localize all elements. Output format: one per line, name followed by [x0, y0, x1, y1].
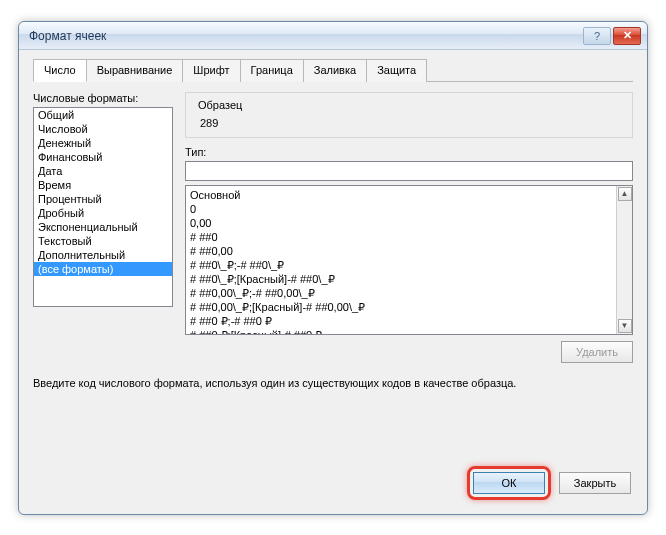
list-item[interactable]: # ##0 ₽;[Красный]-# ##0 ₽: [190, 328, 612, 334]
help-icon: ?: [594, 30, 600, 42]
formats-listbox[interactable]: ОбщийЧисловойДенежныйФинансовыйДатаВремя…: [33, 107, 173, 307]
list-item[interactable]: Процентный: [34, 192, 172, 206]
titlebar[interactable]: Формат ячеек ? ✕: [19, 22, 647, 50]
list-item[interactable]: 0,00: [190, 216, 612, 230]
tab-защита[interactable]: Защита: [366, 59, 427, 82]
list-item[interactable]: # ##0: [190, 230, 612, 244]
list-item[interactable]: 0: [190, 202, 612, 216]
tab-strip: ЧислоВыравниваниеШрифтГраницаЗаливкаЗащи…: [33, 58, 633, 82]
list-item[interactable]: (все форматы): [34, 262, 172, 276]
tab-шрифт[interactable]: Шрифт: [182, 59, 240, 82]
list-item[interactable]: Дата: [34, 164, 172, 178]
codes-listbox[interactable]: Основной00,00# ##0# ##0,00# ##0\_₽;-# ##…: [185, 185, 633, 335]
list-item[interactable]: Экспоненциальный: [34, 220, 172, 234]
dialog-window: Формат ячеек ? ✕ ЧислоВыравниваниеШрифтГ…: [18, 21, 648, 515]
scroll-down-button[interactable]: ▼: [618, 319, 632, 333]
tab-заливка[interactable]: Заливка: [303, 59, 367, 82]
hint-text: Введите код числового формата, используя…: [33, 377, 633, 389]
tab-граница[interactable]: Граница: [240, 59, 304, 82]
list-item[interactable]: # ##0,00\_₽;-# ##0,00\_₽: [190, 286, 612, 300]
list-item[interactable]: Общий: [34, 108, 172, 122]
dialog-footer: ОК Закрыть: [33, 460, 633, 502]
list-item[interactable]: # ##0\_₽;[Красный]-# ##0\_₽: [190, 272, 612, 286]
list-item[interactable]: Денежный: [34, 136, 172, 150]
ok-highlight: ОК: [467, 466, 551, 500]
help-button[interactable]: ?: [583, 27, 611, 45]
sample-value: 289: [194, 117, 624, 129]
list-item[interactable]: # ##0 ₽;-# ##0 ₽: [190, 314, 612, 328]
scroll-up-button[interactable]: ▲: [618, 187, 632, 201]
scroll-track[interactable]: [618, 202, 632, 318]
list-item[interactable]: Финансовый: [34, 150, 172, 164]
client-area: ЧислоВыравниваниеШрифтГраницаЗаливкаЗащи…: [19, 50, 647, 514]
ok-button[interactable]: ОК: [473, 472, 545, 494]
list-item[interactable]: Дополнительный: [34, 248, 172, 262]
type-input[interactable]: [185, 161, 633, 181]
scrollbar[interactable]: ▲ ▼: [616, 186, 632, 334]
list-item[interactable]: Числовой: [34, 122, 172, 136]
list-item[interactable]: # ##0,00: [190, 244, 612, 258]
sample-group: Образец 289: [185, 92, 633, 138]
formats-label: Числовые форматы:: [33, 92, 173, 104]
type-label: Тип:: [185, 146, 633, 158]
close-button[interactable]: Закрыть: [559, 472, 631, 494]
list-item[interactable]: # ##0\_₽;-# ##0\_₽: [190, 258, 612, 272]
window-title: Формат ячеек: [29, 29, 583, 43]
close-icon: ✕: [623, 29, 632, 42]
list-item[interactable]: # ##0,00\_₽;[Красный]-# ##0,00\_₽: [190, 300, 612, 314]
window-buttons: ? ✕: [583, 27, 641, 45]
list-item[interactable]: Основной: [190, 188, 612, 202]
list-item[interactable]: Текстовый: [34, 234, 172, 248]
sample-label: Образец: [194, 99, 246, 111]
list-item[interactable]: Дробный: [34, 206, 172, 220]
list-item[interactable]: Время: [34, 178, 172, 192]
window-close-button[interactable]: ✕: [613, 27, 641, 45]
delete-button[interactable]: Удалить: [561, 341, 633, 363]
tab-выравнивание[interactable]: Выравнивание: [86, 59, 184, 82]
tab-число[interactable]: Число: [33, 59, 87, 82]
